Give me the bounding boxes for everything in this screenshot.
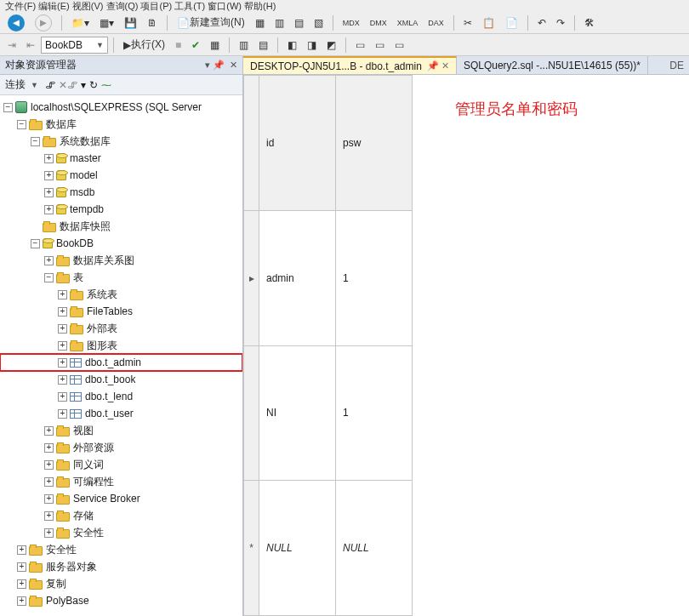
security-db-node[interactable]: +安全性 — [0, 524, 242, 541]
pin-icon[interactable]: 📌 ✕ — [427, 60, 449, 71]
server-objects-node[interactable]: +服务器对象 — [0, 558, 242, 575]
database-icon — [43, 238, 53, 248]
toggle2-icon[interactable]: ▭ — [390, 36, 408, 54]
stop-icon: ■ — [171, 36, 185, 54]
column-header-psw[interactable]: psw — [336, 76, 413, 211]
cell-null[interactable]: NULL — [259, 481, 336, 616]
connect-icon[interactable]: 🖇 — [45, 79, 55, 91]
master-node[interactable]: +master — [0, 150, 242, 167]
graph-tables-node[interactable]: +图形表 — [0, 337, 242, 354]
nav-back-button[interactable]: ◄ — [3, 14, 29, 32]
table-row[interactable]: ▸ admin 1 — [244, 210, 413, 345]
pin-icon[interactable]: ▾ 📌 — [205, 60, 225, 71]
model-node[interactable]: +model — [0, 167, 242, 184]
t-admin-node[interactable]: +dbo.t_admin — [0, 354, 242, 371]
table-new-row[interactable]: * NULL NULL — [244, 481, 413, 616]
db-diagrams-node[interactable]: +数据库关系图 — [0, 252, 242, 269]
results-text-icon[interactable]: ▤ — [254, 36, 272, 54]
synonyms-node[interactable]: +同义词 — [0, 456, 242, 473]
service-broker-node[interactable]: +Service Broker — [0, 490, 242, 507]
refresh-group-icon[interactable]: ↻ — [89, 79, 98, 91]
results-grid-icon[interactable]: ▥ — [235, 36, 253, 54]
cell-id[interactable]: admin — [259, 210, 336, 345]
object-tree[interactable]: −localhost\SQLEXPRESS (SQL Server −数据库 −… — [0, 95, 242, 616]
cell-psw[interactable]: 1 — [336, 345, 413, 481]
pulse-icon[interactable]: ⁓ — [101, 79, 111, 91]
filter-icon[interactable]: ▾ — [81, 79, 86, 91]
t-book-node[interactable]: +dbo.t_book — [0, 371, 242, 388]
analysis-mdx-icon[interactable]: MDX — [339, 14, 364, 32]
databases-node[interactable]: −数据库 — [0, 116, 242, 133]
tables-node[interactable]: −表 — [0, 269, 242, 286]
db-snapshots-node[interactable]: 数据库快照 — [0, 218, 242, 235]
database-combo[interactable]: BookDB ▼ — [41, 37, 108, 54]
open-table-icon[interactable]: ▦ — [251, 14, 269, 32]
query-options-icon[interactable]: ▦ — [206, 36, 224, 54]
parse-icon[interactable]: ✔ — [187, 36, 204, 54]
analysis-xmla-icon[interactable]: XMLA — [393, 14, 423, 32]
connect-label[interactable]: 连接 — [5, 77, 26, 92]
cell-null[interactable]: NULL — [336, 481, 413, 616]
bookdb-node[interactable]: −BookDB — [0, 235, 242, 252]
folder-icon — [56, 274, 70, 283]
views-node[interactable]: +视图 — [0, 422, 242, 439]
msdb-node[interactable]: +msdb — [0, 184, 242, 201]
include-stats-icon[interactable]: ◨ — [303, 36, 321, 54]
analysis-dax-icon[interactable]: DAX — [424, 14, 448, 32]
t-user-node[interactable]: +dbo.t_user — [0, 405, 242, 422]
open-icon[interactable]: ▦▾ — [95, 14, 118, 32]
security-node[interactable]: +安全性 — [0, 541, 242, 558]
grid3-icon[interactable]: ▧ — [310, 14, 327, 32]
grid2-icon[interactable]: ▤ — [290, 14, 308, 32]
tab-t-admin[interactable]: DESKTOP-QJN5U1...B - dbo.t_admin 📌 ✕ — [243, 56, 457, 74]
polybase-node[interactable]: +PolyBase — [0, 592, 242, 609]
grid1-icon[interactable]: ▥ — [270, 14, 288, 32]
row-selector[interactable]: ▸ — [244, 210, 259, 345]
undo-icon[interactable]: ↶ — [533, 14, 550, 32]
storage-node[interactable]: +存储 — [0, 507, 242, 524]
live-stats-icon[interactable]: ◩ — [322, 36, 340, 54]
cell-id[interactable]: NI — [259, 345, 336, 481]
system-databases-node[interactable]: −系统数据库 — [0, 133, 242, 150]
data-grid[interactable]: id psw ▸ admin 1 NI 1 * NULL NULL — [243, 75, 413, 616]
toggle1-icon[interactable]: ▭ — [371, 36, 389, 54]
close-icon[interactable]: ✕ — [230, 60, 237, 71]
copy-icon[interactable]: 📋 — [478, 14, 499, 32]
execute-button[interactable]: ▶ 执行(X) — [119, 36, 169, 54]
external-resources-node[interactable]: +外部资源 — [0, 439, 242, 456]
properties-icon[interactable]: 🛠 — [580, 14, 599, 32]
replication-node[interactable]: +复制 — [0, 575, 242, 592]
new-query-button[interactable]: 📄 新建查询(N) — [173, 14, 249, 32]
programmability-node[interactable]: +可编程性 — [0, 473, 242, 490]
table-row[interactable]: NI 1 — [244, 345, 413, 481]
analysis-dmx-icon[interactable]: DMX — [366, 14, 391, 32]
disconnect-icon[interactable]: ✕🖇 — [59, 79, 77, 91]
column-header-id[interactable]: id — [259, 76, 336, 211]
cut-icon[interactable]: ✂ — [459, 14, 476, 32]
results-pane-icon[interactable]: ▭ — [351, 36, 369, 54]
server-node[interactable]: −localhost\SQLEXPRESS (SQL Server — [0, 99, 242, 116]
include-plan-icon[interactable]: ◧ — [283, 36, 301, 54]
redo-icon[interactable]: ↷ — [552, 14, 569, 32]
t-lend-node[interactable]: +dbo.t_lend — [0, 388, 242, 405]
nav-forward-button: ► — [31, 14, 56, 32]
filetables-node[interactable]: +FileTables — [0, 303, 242, 320]
system-tables-node[interactable]: +系统表 — [0, 286, 242, 303]
folder-icon — [56, 495, 70, 505]
cell-psw[interactable]: 1 — [336, 210, 413, 345]
new-row-indicator[interactable]: * — [244, 481, 259, 616]
chevron-down-icon: ▼ — [31, 81, 38, 89]
row-selector[interactable] — [244, 345, 259, 481]
tab-query2[interactable]: SQLQuery2.sql -...N5U1E\14615 (55))* — [457, 56, 648, 74]
save-icon[interactable]: 💾 — [120, 14, 141, 32]
folder-icon — [70, 308, 83, 317]
indent-icon[interactable]: ⇥ — [3, 36, 20, 54]
outdent-icon[interactable]: ⇤ — [22, 36, 39, 54]
project-icon[interactable]: 📁▾ — [67, 14, 94, 32]
paste-icon[interactable]: 📄 — [501, 14, 522, 32]
external-tables-node[interactable]: +外部表 — [0, 320, 242, 337]
tempdb-node[interactable]: +tempdb — [0, 201, 242, 218]
save-all-icon[interactable]: 🗎 — [143, 14, 162, 32]
menubar[interactable]: 文件(F) 编辑(E) 视图(V) 查询(Q) 项目(P) 工具(T) 窗口(W… — [0, 0, 689, 12]
main-toolbar: ◄ ► 📁▾ ▦▾ 💾 🗎 📄 新建查询(N) ▦ ▥ ▤ ▧ MDX DMX … — [0, 12, 689, 34]
